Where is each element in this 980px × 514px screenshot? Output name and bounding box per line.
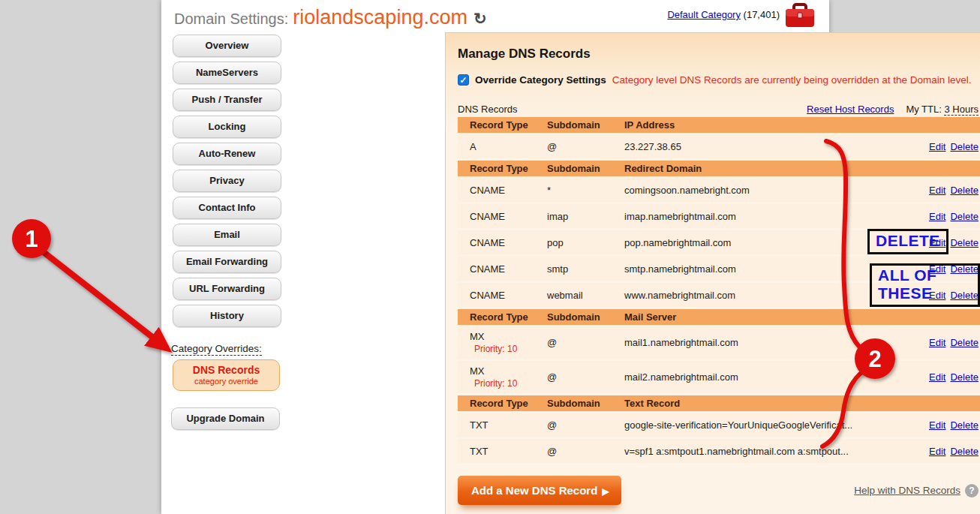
help-question-icon[interactable]: ? bbox=[965, 484, 978, 497]
record-value-cell: mail2.namebrightmail.com bbox=[624, 371, 911, 383]
delete-link[interactable]: Delete bbox=[950, 211, 978, 222]
edit-link[interactable]: Edit bbox=[929, 290, 945, 301]
default-category-link[interactable]: Default Category bbox=[667, 9, 741, 20]
subdomain-cell: @ bbox=[547, 141, 624, 152]
column-header: Redirect Domain bbox=[624, 163, 911, 174]
domain-settings-page: Domain Settings:riolandscaping.com↻ Defa… bbox=[161, 0, 829, 514]
edit-link[interactable]: Edit bbox=[929, 237, 945, 248]
delete-link[interactable]: Delete bbox=[950, 185, 978, 196]
sidebar-item-overview[interactable]: Overview bbox=[173, 35, 281, 57]
table-section-header: Record TypeSubdomainIP Address bbox=[458, 117, 980, 133]
column-header: Record Type bbox=[458, 119, 547, 131]
sidebar-item-email-forwarding[interactable]: Email Forwarding bbox=[173, 251, 281, 273]
record-type-cell: CNAME bbox=[458, 211, 547, 222]
subdomain-cell: imap bbox=[547, 211, 624, 222]
dns-records-label: DNS Records bbox=[458, 104, 517, 115]
row-actions: EditDelete bbox=[911, 141, 980, 152]
record-value-cell: imap.namebrightmail.com bbox=[624, 211, 911, 222]
dns-table: Record TypeSubdomainIP AddressA@23.227.3… bbox=[458, 117, 980, 463]
subdomain-cell: smtp bbox=[547, 263, 624, 275]
domain-name: riolandscaping.com bbox=[293, 6, 467, 29]
override-warning-text: Category level DNS Records are currently… bbox=[612, 74, 972, 86]
dns-record-row: CNAMEimapimap.namebrightmail.comEditDele… bbox=[458, 204, 980, 228]
delete-link[interactable]: Delete bbox=[950, 446, 978, 457]
record-type-cell: MXPriority: 10 bbox=[458, 331, 547, 354]
row-actions: EditDelete bbox=[911, 337, 980, 348]
record-type-cell: A bbox=[458, 141, 547, 152]
sidebar-item-upgrade-domain[interactable]: Upgrade Domain bbox=[171, 407, 280, 430]
subdomain-cell: @ bbox=[547, 419, 624, 431]
subdomain-cell: @ bbox=[547, 446, 624, 457]
table-section-header: Record TypeSubdomainRedirect Domain bbox=[458, 161, 980, 176]
subdomain-cell: pop bbox=[547, 237, 624, 248]
edit-link[interactable]: Edit bbox=[929, 211, 945, 222]
subdomain-cell: webmail bbox=[547, 290, 624, 301]
delete-link[interactable]: Delete bbox=[950, 290, 978, 301]
category-info: Default Category (17,401) bbox=[667, 9, 780, 20]
add-dns-record-button[interactable]: Add a New DNS Record▶ bbox=[458, 476, 621, 505]
dns-record-row: MXPriority: 10@mail2.namebrightmail.comE… bbox=[458, 361, 980, 393]
sidebar-item-nameservers[interactable]: NameServers bbox=[173, 62, 281, 84]
toolbox-icon[interactable] bbox=[784, 3, 816, 29]
edit-link[interactable]: Edit bbox=[929, 141, 945, 152]
record-type-cell: CNAME bbox=[458, 290, 547, 301]
record-type-cell: MXPriority: 10 bbox=[458, 365, 547, 389]
row-actions: EditDelete bbox=[911, 211, 980, 222]
dns-record-row: MXPriority: 10@mail1.namebrightmail.comE… bbox=[458, 326, 980, 359]
row-actions: EditDelete bbox=[911, 446, 980, 457]
manage-dns-panel: Manage DNS Records ✓ Override Category S… bbox=[445, 32, 980, 514]
sidebar-item-history[interactable]: History bbox=[173, 305, 281, 327]
delete-link[interactable]: Delete bbox=[950, 371, 978, 383]
priority-label: Priority: 10 bbox=[470, 378, 547, 389]
column-header: Mail Server bbox=[624, 311, 911, 323]
dns-record-row: TXT@google-site-verification=YourUniqueG… bbox=[458, 413, 980, 437]
dns-record-row: CNAMEwebmailwww.namebrightmail.comEditDe… bbox=[458, 283, 980, 307]
delete-link[interactable]: Delete bbox=[950, 263, 978, 275]
sidebar-item-url-forwarding[interactable]: URL Forwarding bbox=[173, 278, 281, 300]
record-type-cell: TXT bbox=[458, 419, 547, 431]
override-category-checkbox[interactable]: ✓ bbox=[458, 74, 469, 86]
table-section-header: Record TypeSubdomainMail Server bbox=[458, 309, 980, 325]
sidebar-nav: OverviewNameServersPush / TransferLockin… bbox=[173, 35, 283, 332]
sidebar-item-push-transfer[interactable]: Push / Transfer bbox=[173, 89, 281, 111]
ttl-label: My TTL: bbox=[906, 104, 941, 115]
category-overrides-label[interactable]: Category Overrides: bbox=[171, 343, 262, 356]
sidebar-item-email[interactable]: Email bbox=[173, 224, 281, 246]
edit-link[interactable]: Edit bbox=[929, 446, 945, 457]
sidebar-item-dns-records-override[interactable]: DNS Records category override bbox=[173, 359, 280, 391]
record-value-cell: www.namebrightmail.com bbox=[624, 290, 911, 301]
column-header: Record Type bbox=[458, 163, 547, 174]
record-type-cell: TXT bbox=[458, 446, 547, 457]
default-category-count: (17,401) bbox=[744, 9, 780, 20]
edit-link[interactable]: Edit bbox=[929, 419, 945, 431]
record-value-cell: v=spf1 a:smtpout1.namebrightmail.com a:s… bbox=[624, 446, 911, 457]
column-header: Record Type bbox=[458, 398, 547, 409]
record-value-cell: google-site-verification=YourUniqueGoogl… bbox=[624, 419, 911, 431]
edit-link[interactable]: Edit bbox=[929, 337, 945, 348]
record-value-cell: 23.227.38.65 bbox=[624, 141, 911, 152]
row-actions: EditDelete bbox=[911, 263, 980, 275]
row-actions: EditDelete bbox=[911, 290, 980, 301]
delete-link[interactable]: Delete bbox=[950, 237, 978, 248]
delete-link[interactable]: Delete bbox=[950, 141, 978, 152]
delete-link[interactable]: Delete bbox=[950, 419, 978, 431]
edit-link[interactable]: Edit bbox=[929, 185, 945, 196]
dns-records-override-title: DNS Records bbox=[175, 364, 278, 376]
column-header: Subdomain bbox=[547, 119, 624, 131]
dns-record-row: CNAMEsmtpsmtp.namebrightmail.comEditDele… bbox=[458, 257, 980, 281]
sidebar-item-privacy[interactable]: Privacy bbox=[173, 170, 281, 192]
record-value-cell: comingsoon.namebright.com bbox=[624, 185, 911, 196]
sidebar-item-locking[interactable]: Locking bbox=[173, 116, 281, 138]
step1-arrow bbox=[44, 252, 167, 348]
row-actions: EditDelete bbox=[911, 371, 980, 383]
refresh-icon[interactable]: ↻ bbox=[473, 10, 487, 27]
ttl-value[interactable]: 3 Hours bbox=[944, 104, 978, 116]
reset-host-records-link[interactable]: Reset Host Records bbox=[807, 104, 894, 115]
delete-link[interactable]: Delete bbox=[950, 337, 978, 348]
step1-badge: 1 bbox=[12, 219, 51, 258]
help-dns-records-link[interactable]: Help with DNS Records bbox=[854, 485, 960, 496]
sidebar-item-contact-info[interactable]: Contact Info bbox=[173, 197, 281, 219]
edit-link[interactable]: Edit bbox=[929, 371, 945, 383]
edit-link[interactable]: Edit bbox=[929, 263, 945, 275]
sidebar-item-auto-renew[interactable]: Auto-Renew bbox=[173, 143, 281, 165]
